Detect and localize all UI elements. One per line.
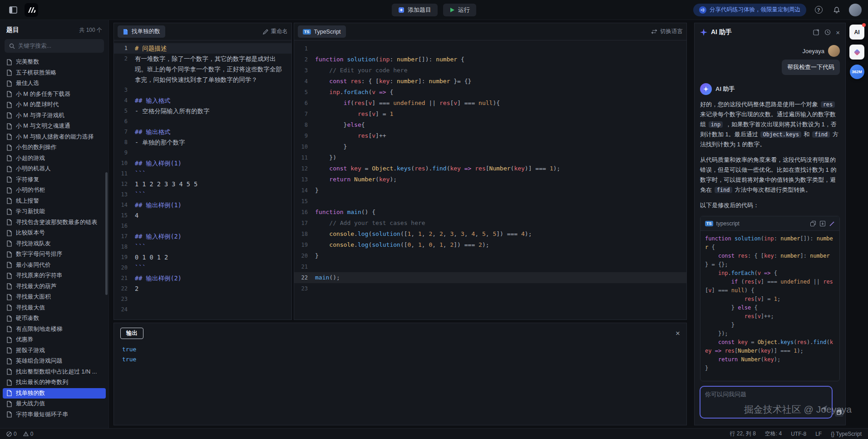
ai-input-box[interactable]: [700, 386, 833, 419]
sidebar-item[interactable]: 有点限制地走楼梯: [3, 324, 106, 335]
sidebar-item[interactable]: 五子棋获胜策略: [3, 68, 106, 79]
switch-language-button[interactable]: 切换语言: [651, 28, 683, 35]
eol-indicator[interactable]: LF: [815, 431, 822, 437]
error-icon: [6, 431, 12, 437]
sidebar-item[interactable]: 英雄组合游戏问题: [3, 356, 106, 367]
warnings-indicator[interactable]: 0: [23, 431, 34, 437]
document-icon: [6, 134, 12, 140]
line-number: 4: [114, 95, 135, 106]
sidebar-item[interactable]: 字符串最短循环子串: [3, 409, 106, 420]
problem-line: 9: [114, 148, 291, 158]
badge-widget[interactable]: 362M: [850, 65, 864, 79]
sidebar-item[interactable]: 寻找游戏队友: [3, 239, 106, 249]
add-problem-label: 添加题目: [408, 6, 431, 14]
activity-icon: [853, 49, 861, 56]
help-icon[interactable]: ?: [813, 4, 824, 16]
sidebar-item[interactable]: 找单独的数: [3, 388, 106, 399]
line-number: 13: [294, 174, 315, 185]
cursor-position[interactable]: 行 22, 列 8: [730, 430, 755, 438]
line-number: 19: [294, 239, 315, 250]
apply-icon[interactable]: [829, 221, 835, 226]
problem-content[interactable]: 1# 问题描述2有一堆数字，除了一个数字，其它的数字都是成对出现。班上的每个同学…: [114, 40, 291, 319]
new-chat-icon[interactable]: [813, 29, 819, 35]
ai-input[interactable]: [700, 387, 832, 418]
sidebar-item[interactable]: 小 M 与弹子游戏机: [3, 110, 106, 121]
editor-language-tab[interactable]: TS TypeScript: [298, 25, 346, 38]
activity-widget[interactable]: [849, 45, 864, 60]
user-message-header: Joeyaya: [700, 45, 840, 57]
sidebar-item[interactable]: 寻找最大值: [3, 303, 106, 314]
search-box[interactable]: [5, 39, 104, 53]
problem-line: 7## 输出格式: [114, 127, 291, 137]
encoding[interactable]: UTF-8: [791, 431, 806, 437]
close-icon[interactable]: ×: [676, 329, 680, 337]
sidebar-toggle-button[interactable]: [6, 3, 20, 17]
sidebar-item[interactable]: 学习新技能: [3, 206, 106, 217]
problem-line: 222: [114, 284, 291, 294]
sidebar-item[interactable]: 最大战力值: [3, 399, 106, 409]
sidebar-item[interactable]: 小包的数列操作: [3, 142, 106, 153]
sidebar-item[interactable]: 摇骰子游戏: [3, 345, 106, 356]
editor-content[interactable]: 12function solution(inp: number[]): numb…: [294, 40, 686, 319]
indentation[interactable]: 空格: 4: [765, 430, 782, 438]
send-icon[interactable]: [820, 405, 828, 412]
sidebar-item[interactable]: 小 M 与文明之魂速通: [3, 121, 106, 132]
promo-banner[interactable]: 分享代码练习体验，领限量定制周边: [693, 4, 806, 16]
line-number: 19: [114, 252, 135, 263]
copy-icon[interactable]: [810, 221, 816, 226]
rename-label: 重命名: [271, 28, 288, 35]
sidebar-item[interactable]: 寻找最大的葫芦: [3, 281, 106, 292]
sidebar-item[interactable]: 小明的机器人: [3, 164, 106, 175]
sidebar-item[interactable]: 数字字母问号排序: [3, 249, 106, 260]
sidebar-item-label: 最佳人选: [16, 80, 39, 87]
sidebar-item[interactable]: 完美整数: [3, 57, 106, 68]
sidebar-item[interactable]: 小 M 的多任务下载器: [3, 89, 106, 100]
close-icon[interactable]: ×: [836, 29, 840, 36]
ai-code-line: inp.forEach(v => {: [705, 269, 835, 278]
sidebar-item[interactable]: 线上报警: [3, 196, 106, 207]
sidebar-item[interactable]: 找出整型数组中占比超过 1/N ...: [3, 367, 106, 378]
language-mode[interactable]: {} TypeScript: [831, 431, 862, 437]
sidebar-item-label: 最小凑同代价: [16, 261, 51, 269]
sidebar-item[interactable]: 小 M 与狼人拯救者的能力选择: [3, 132, 106, 143]
ai-widget[interactable]: AI: [849, 25, 864, 40]
sidebar-item[interactable]: 小 M 的星球时代: [3, 100, 106, 110]
user-message: 帮我检查一下代码: [782, 60, 840, 75]
ai-header: AI 助手 ×: [695, 23, 845, 41]
sidebar-item[interactable]: 寻找最大面积: [3, 292, 106, 303]
app-logo[interactable]: [25, 3, 38, 17]
sidebar-item[interactable]: 优惠券: [3, 334, 106, 345]
sidebar-item[interactable]: 最佳人选: [3, 78, 106, 89]
line-number: 11: [294, 152, 315, 163]
panels-row: 找单独的数 重命名 1# 问题描述2有一堆数字，除了一个数字，其它的数字都是成对…: [113, 23, 687, 320]
problem-tab[interactable]: 找单独的数: [118, 25, 165, 38]
line-number: 8: [114, 137, 135, 148]
insert-icon[interactable]: [820, 221, 825, 226]
sidebar-item[interactable]: 最小凑同代价: [3, 260, 106, 271]
sidebar-item[interactable]: 比较版本号: [3, 228, 106, 239]
rename-button[interactable]: 重命名: [263, 28, 288, 35]
history-icon[interactable]: [824, 29, 831, 35]
sidebar-item[interactable]: 找出最长的神奇数列: [3, 377, 106, 388]
run-button[interactable]: 运行: [443, 4, 476, 16]
search-input[interactable]: [18, 43, 99, 49]
ai-code-line: }: [705, 364, 835, 373]
errors-indicator[interactable]: 0: [6, 431, 17, 437]
sidebar-item[interactable]: 小明的书柜: [3, 185, 106, 196]
sidebar-item[interactable]: 寻找原来的字符串: [3, 270, 106, 281]
line-number: 14: [294, 185, 315, 196]
user-avatar[interactable]: [849, 4, 862, 16]
sidebar-scrollbar[interactable]: [105, 172, 108, 295]
document-icon: [6, 273, 12, 279]
editor-line: 7 res[v] = 1: [294, 109, 686, 120]
add-problem-button[interactable]: 添加题目: [392, 4, 438, 16]
sidebar-item[interactable]: 小超的游戏: [3, 153, 106, 164]
ai-paragraph: 好的，您的这段代码整体思路是使用一个对象 res 来记录每个数字出现的次数。通过…: [700, 100, 840, 150]
sidebar-item[interactable]: 字符修复: [3, 175, 106, 185]
bell-icon[interactable]: [831, 4, 843, 16]
document-icon: [6, 176, 12, 183]
line-number: 17: [114, 231, 135, 242]
sidebar-item[interactable]: 硬币凑数: [3, 313, 106, 324]
sidebar-item[interactable]: 寻找包含斐波那契数最多的链表: [3, 217, 106, 228]
panel-toggle-icon[interactable]: [835, 408, 843, 417]
